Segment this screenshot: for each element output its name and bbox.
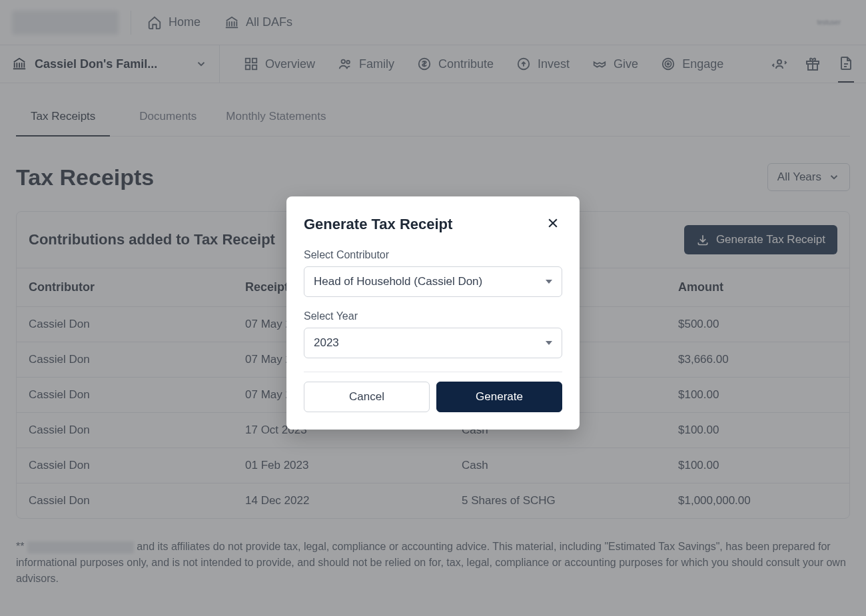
generate-receipt-modal: Generate Tax Receipt Select Contributor … bbox=[286, 196, 580, 430]
year-label: Select Year bbox=[304, 310, 562, 322]
close-icon bbox=[546, 216, 560, 230]
year-select[interactable]: 2023 bbox=[304, 328, 562, 358]
contributor-label: Select Contributor bbox=[304, 249, 562, 261]
cancel-button[interactable]: Cancel bbox=[304, 382, 430, 412]
generate-button[interactable]: Generate bbox=[436, 382, 562, 412]
modal-title: Generate Tax Receipt bbox=[304, 216, 452, 233]
modal-actions: Cancel Generate bbox=[304, 372, 562, 412]
modal-head: Generate Tax Receipt bbox=[304, 214, 562, 234]
modal-overlay[interactable]: Generate Tax Receipt Select Contributor … bbox=[0, 0, 866, 616]
modal-close-button[interactable] bbox=[544, 214, 562, 234]
contributor-select[interactable]: Head of Household (Cassiel Don) bbox=[304, 266, 562, 297]
year-value: 2023 bbox=[314, 336, 339, 350]
dropdown-caret-icon bbox=[546, 280, 552, 284]
dropdown-caret-icon bbox=[546, 341, 552, 345]
contributor-value: Head of Household (Cassiel Don) bbox=[314, 275, 482, 288]
